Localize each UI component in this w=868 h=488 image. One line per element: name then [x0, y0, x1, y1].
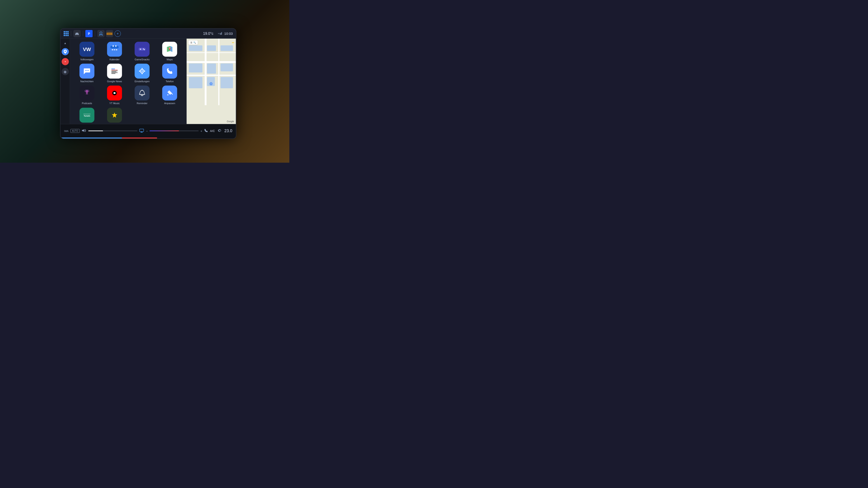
app-label-einstellungen: Einstellungen: [135, 80, 150, 83]
svg-point-33: [85, 70, 86, 71]
svg-point-1: [78, 34, 79, 35]
main-content: ▲ ◉: [61, 39, 236, 124]
app-icon-tunein: TuneIn: [80, 107, 94, 123]
svg-text:TuneIn: TuneIn: [84, 115, 90, 117]
app-icon-kalender: [107, 42, 122, 57]
parking-button[interactable]: P: [86, 30, 93, 37]
svg-rect-27: [140, 49, 141, 50]
auto-badge[interactable]: AUTO: [70, 129, 80, 133]
display-button[interactable]: [139, 128, 144, 133]
ima-label: IMA: [64, 129, 69, 132]
svg-rect-8: [220, 33, 221, 35]
svg-text:4G: 4G: [218, 33, 220, 35]
app-kalender[interactable]: Kalender: [102, 42, 127, 61]
app-label-ytmusic: YT Music: [110, 102, 120, 105]
app-icon-einstellungen: [135, 64, 150, 78]
app-icon-ytmusic: [107, 86, 122, 101]
svg-rect-48: [139, 71, 141, 72]
sound-icon[interactable]: [82, 128, 87, 133]
svg-rect-38: [112, 70, 118, 70]
app-googlenews[interactable]: Google News: [102, 64, 127, 83]
sidebar-music-button[interactable]: [61, 58, 69, 65]
ac-label[interactable]: A/C: [210, 129, 215, 133]
app-gamesnacks[interactable]: GameSnacks: [129, 42, 155, 61]
svg-point-63: [167, 94, 168, 96]
plus-icon: +: [200, 129, 202, 133]
app-icon-star: [107, 107, 122, 123]
map-svg: [187, 39, 236, 105]
svg-rect-49: [144, 71, 145, 72]
app-icon-googlenews: [107, 64, 122, 78]
svg-point-0: [75, 34, 76, 35]
map-search-button[interactable]: ☰ 🔍: [188, 40, 198, 45]
app-icon-telefon: [162, 64, 177, 78]
mode-button[interactable]: MODE: [106, 30, 113, 37]
svg-rect-10: [221, 32, 222, 35]
app-icon-gamesnacks: [135, 42, 150, 57]
top-bar: P MODE +: [61, 29, 236, 39]
app-telefon[interactable]: Telefon: [157, 64, 183, 83]
svg-rect-46: [142, 68, 143, 69]
left-sidebar: ▲ ◉: [61, 39, 70, 124]
app-ytmusic[interactable]: YT Music: [102, 86, 127, 105]
app-tunein[interactable]: TuneIn: [74, 107, 100, 124]
app-podcasts[interactable]: Podcasts: [74, 86, 100, 105]
volume-slider[interactable]: [88, 131, 137, 131]
app-icon-reminder: [135, 86, 150, 101]
app-grid-container: VW Volkswagen: [70, 39, 187, 124]
svg-point-31: [169, 48, 170, 48]
scroll-up-button[interactable]: ▲: [63, 41, 67, 45]
minus-icon: −: [146, 129, 148, 133]
app-nachrichten[interactable]: Nachrichten: [74, 64, 100, 83]
app-reminder[interactable]: Reminder: [129, 86, 155, 105]
app-icon-anpassen: [162, 86, 177, 101]
recirculate-icon[interactable]: [217, 128, 222, 133]
slider-track: [88, 131, 137, 131]
svg-point-34: [87, 70, 88, 71]
svg-rect-70: [187, 61, 236, 63]
time-display: 10:03: [224, 32, 233, 35]
svg-rect-23: [116, 49, 117, 51]
svg-rect-72: [205, 39, 207, 105]
svg-rect-18: [111, 46, 119, 48]
svg-rect-25: [139, 48, 146, 51]
app-star[interactable]: [102, 107, 127, 124]
svg-rect-39: [112, 71, 118, 71]
add-button[interactable]: +: [115, 30, 121, 37]
app-label-nachrichten: Nachrichten: [80, 80, 94, 83]
infotainment-screen: P MODE +: [60, 28, 237, 139]
app-label-podcasts: Podcasts: [82, 102, 92, 105]
app-icon-nachrichten: [80, 64, 94, 78]
assist-button[interactable]: [97, 30, 105, 37]
parking-label: P: [88, 32, 90, 35]
app-grid: VW Volkswagen: [74, 42, 183, 124]
svg-rect-82: [207, 45, 216, 51]
car-nav-button[interactable]: [73, 30, 81, 37]
svg-rect-77: [221, 64, 233, 71]
google-watermark: Google: [227, 120, 234, 123]
fan-slider-track: [150, 131, 199, 131]
svg-point-86: [211, 84, 212, 84]
svg-rect-19: [113, 45, 114, 47]
top-divider-2: [83, 31, 83, 36]
app-maps[interactable]: Maps: [157, 42, 183, 61]
app-volkswagen[interactable]: VW Volkswagen: [74, 42, 100, 61]
phone-bottom-button[interactable]: [204, 128, 208, 133]
fan-slider[interactable]: [150, 131, 199, 131]
sidebar-maps-button[interactable]: [61, 48, 69, 55]
svg-rect-42: [112, 73, 116, 74]
music-icon: [64, 60, 67, 63]
temperature-value: 19.0°c: [203, 31, 214, 35]
bottom-bar: IMA AUTO −: [61, 124, 236, 138]
app-anpassen[interactable]: Anpassen: [157, 86, 183, 105]
app-label-volkswagen: Volkswagen: [80, 58, 94, 61]
svg-rect-41: [112, 72, 118, 73]
app-einstellungen[interactable]: Einstellungen: [129, 64, 155, 83]
app-label-maps: Maps: [166, 58, 173, 61]
sidebar-other-button[interactable]: ◉: [61, 68, 69, 75]
home-grid-button[interactable]: [64, 31, 69, 36]
svg-rect-81: [189, 45, 203, 51]
svg-rect-9: [221, 33, 221, 35]
mode-icon: MODE: [106, 31, 113, 35]
map-panel[interactable]: ☰ 🔍 ●● Google: [187, 39, 236, 124]
